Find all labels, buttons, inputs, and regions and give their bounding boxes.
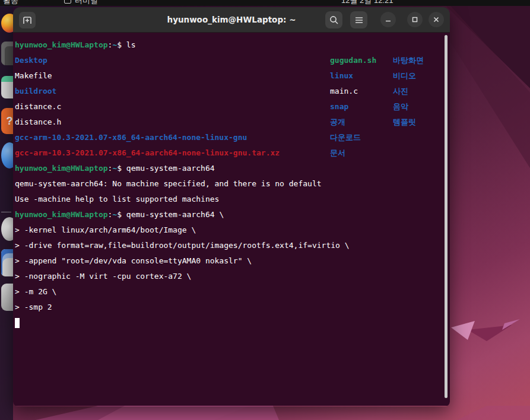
terminal-line: Use -machine help to list supported mach…: [15, 192, 450, 207]
close-button[interactable]: [429, 12, 444, 27]
terminal-text-segment: hyunwoo_kim@HWLaptop: [15, 40, 108, 49]
minimize-icon: [385, 16, 392, 23]
ls-entry: gugudan.sh: [330, 56, 376, 65]
terminal-app-icon: [64, 0, 71, 4]
ls-entry: Desktop: [15, 56, 47, 65]
ls-entry: Makefile: [15, 71, 52, 80]
dock: ?: [0, 6, 13, 420]
terminal-line: hyunwoo_kim@HWLaptop:~$ qemu-system-aarc…: [15, 207, 450, 222]
terminal-text-segment: > -drive format=raw,file=buildroot/outpu…: [15, 241, 350, 250]
terminal-text-segment: $ qemu-system-aarch64 \: [117, 210, 224, 219]
search-icon: [329, 15, 339, 25]
terminal-text-segment: > -append "root=/dev/vda console=ttyAMA0…: [15, 256, 252, 265]
maximize-button[interactable]: [407, 12, 423, 27]
ls-entry: gcc-arm-10.3-2021.07-x86_64-aarch64-none…: [15, 148, 280, 157]
ls-entry: distance.c: [15, 102, 61, 111]
terminal-line: hyunwoo_kim@HWLaptop:~$ qemu-system-aarc…: [15, 161, 450, 176]
terminal-content[interactable]: hyunwoo_kim@HWLaptop:~$ lsDesktopMakefil…: [13, 33, 450, 406]
cursor-row: [15, 315, 450, 330]
clock-menu[interactable]: 12월 2일 12:21: [341, 0, 393, 6]
hamburger-menu-icon: [355, 17, 363, 24]
archive-manager-icon[interactable]: [1, 284, 13, 311]
ls-entry: 음악: [393, 102, 408, 111]
terminal-line: > -drive format=raw,file=buildroot/outpu…: [15, 238, 450, 253]
firefox-icon[interactable]: [1, 14, 13, 33]
ls-entry: main.c: [330, 87, 358, 96]
ls-entry: 공개: [330, 117, 345, 126]
terminal-lines: hyunwoo_kim@HWLaptop:~$ lsDesktopMakefil…: [15, 37, 450, 330]
activities-button[interactable]: 활동: [3, 0, 18, 6]
terminal-line: > -kernel linux/arch/arm64/boot/Image \: [15, 222, 450, 238]
terminal-text-segment: qemu-system-aarch64: No machine specifie…: [15, 179, 322, 188]
gnome-top-bar: 활동 터미널 12월 2일 12:21: [0, 0, 530, 6]
ls-column: gugudan.shlinuxmain.csnap공개다운로드문서: [330, 53, 376, 161]
dock-divider: [1, 212, 11, 212]
terminal-line: > -m 2G \: [15, 284, 450, 300]
menu-button[interactable]: [350, 11, 367, 28]
ls-entry: 비디오: [393, 71, 416, 80]
terminal-text-segment: Use -machine help to list supported mach…: [15, 195, 219, 203]
terminal-text-segment: hyunwoo_kim@HWLaptop: [15, 210, 108, 219]
terminal-text-segment: > -smp 2: [15, 303, 52, 311]
text-editor-icon[interactable]: [1, 76, 13, 98]
terminal-line: qemu-system-aarch64: No machine specifie…: [15, 176, 450, 192]
ls-entry: linux: [330, 71, 353, 80]
terminal-text-segment: $ ls: [117, 40, 135, 49]
terminal-cursor: [15, 318, 20, 328]
terminal-window: hyunwoo_kim@HWLaptop: ~: [13, 7, 450, 406]
ls-output: DesktopMakefilebuildrootdistance.cdistan…: [15, 53, 450, 161]
terminal-text-segment: $ qemu-system-aarch64: [117, 164, 214, 173]
ls-entry: 문서: [330, 148, 345, 157]
search-button[interactable]: [325, 11, 342, 28]
terminal-text-segment: > -kernel linux/arch/arm64/boot/Image \: [15, 225, 196, 234]
ls-entry: snap: [330, 102, 348, 111]
terminal-line: > -nographic -M virt -cpu cortex-a72 \: [15, 269, 450, 284]
focused-app-menu[interactable]: 터미널: [64, 0, 98, 6]
maximize-icon: [411, 16, 418, 23]
ls-entry: 사진: [393, 87, 408, 96]
focused-app-label: 터미널: [75, 0, 98, 6]
ls-entry: 바탕화면: [393, 56, 424, 65]
terminal-text-segment: > -nographic -M virt -cpu cortex-a72 \: [15, 272, 191, 281]
minimize-button[interactable]: [380, 12, 396, 27]
ls-column: DesktopMakefilebuildrootdistance.cdistan…: [15, 53, 280, 161]
ls-entry: buildroot: [15, 87, 56, 96]
files-icon[interactable]: [1, 42, 13, 65]
software-icon[interactable]: [1, 217, 13, 241]
ls-entry: distance.h: [15, 117, 61, 126]
terminal-line: hyunwoo_kim@HWLaptop:~$ ls: [15, 37, 450, 53]
ls-column: 바탕화면비디오사진음악템플릿: [393, 53, 424, 130]
terminal-scrollbar[interactable]: [445, 35, 448, 398]
terminal-line: > -append "root=/dev/vda console=ttyAMA0…: [15, 253, 450, 269]
help-icon[interactable]: ?: [1, 108, 13, 134]
ls-entry: gcc-arm-10.3-2021.07-x86_64-aarch64-none…: [15, 133, 247, 142]
document-viewer-icon[interactable]: [1, 249, 13, 276]
ls-entry: 템플릿: [393, 117, 416, 126]
browser-icon[interactable]: [1, 142, 13, 168]
terminal-text-segment: hyunwoo_kim@HWLaptop: [15, 164, 108, 173]
terminal-line: > -smp 2: [15, 300, 450, 315]
terminal-titlebar[interactable]: hyunwoo_kim@HWLaptop: ~: [13, 7, 450, 33]
terminal-text-segment: > -m 2G \: [15, 287, 56, 296]
ls-entry: 다운로드: [330, 133, 361, 142]
close-icon: [433, 16, 440, 23]
